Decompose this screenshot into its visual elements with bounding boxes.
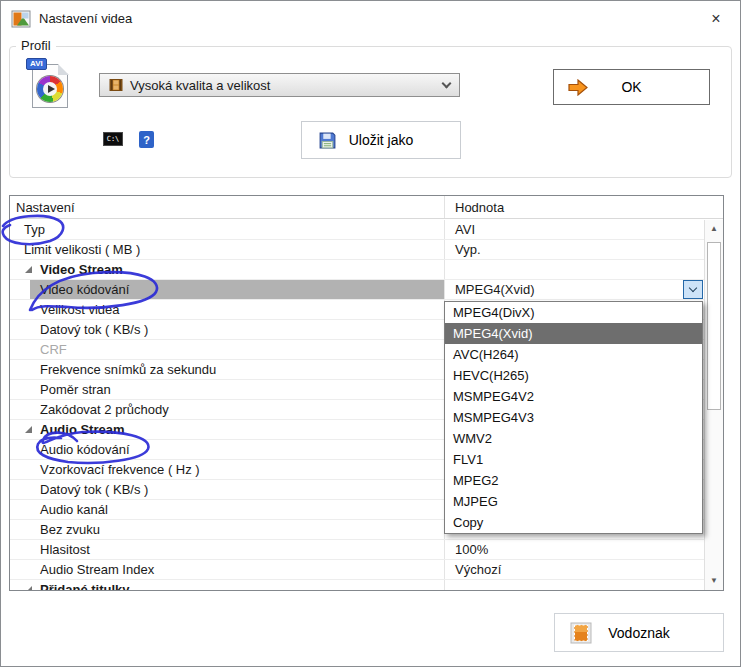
titlebar: Nastavení videa × [1, 1, 740, 37]
media-wheel-icon [37, 76, 63, 102]
setting-label: Audio Stream Index [10, 560, 445, 579]
value-combobox-button[interactable] [683, 280, 703, 299]
setting-value [445, 260, 704, 279]
avi-format-badge: AVI [26, 58, 47, 70]
arrow-right-icon [568, 79, 588, 96]
ok-button[interactable]: OK [553, 69, 710, 105]
filmstrip-icon [109, 78, 123, 92]
setting-label: Datový tok ( KB/s ) [10, 480, 445, 499]
setting-label: Velikost videa [10, 300, 445, 319]
dialog-title: Nastavení videa [39, 11, 132, 26]
chevron-down-icon [689, 284, 697, 292]
setting-value: Výchozí [445, 560, 704, 579]
codec-option[interactable]: MPEG4(Xvid) [445, 323, 702, 344]
codec-option[interactable]: MPEG2 [445, 470, 702, 491]
setting-value: Vyp. [445, 240, 704, 259]
codec-option[interactable]: WMV2 [445, 428, 702, 449]
column-header-value: Hodnota [445, 200, 504, 215]
table-row[interactable]: Video kódováníMPEG4(Xvid) [10, 280, 704, 300]
group-expand-icon[interactable] [25, 426, 32, 433]
table-header: Nastavení Hodnota [10, 196, 723, 219]
table-row[interactable]: TypAVI [10, 220, 704, 240]
profile-preset-combobox[interactable]: Vysoká kvalita a velikost [99, 73, 460, 97]
setting-label: Audio kanál [10, 500, 445, 519]
scroll-down-icon[interactable]: ▼ [705, 576, 723, 586]
preset-value: Vysoká kvalita a velikost [130, 78, 270, 93]
watermark-button[interactable]: Vodoznak [554, 613, 724, 652]
scroll-up-icon[interactable]: ▲ [705, 224, 723, 234]
setting-label: Poměr stran [10, 380, 445, 399]
setting-label: Typ [10, 220, 445, 239]
setting-value: AVI [445, 220, 704, 239]
codec-option[interactable]: Copy [445, 512, 702, 533]
codec-dropdown-list: MPEG4(DivX)MPEG4(Xvid)AVC(H264)HEVC(H265… [444, 301, 703, 534]
setting-value: MPEG4(Xvid) [445, 280, 704, 299]
save-as-button[interactable]: Uložit jako [301, 121, 461, 159]
document-fold [58, 64, 69, 75]
table-row[interactable]: Video Stream [10, 260, 704, 280]
setting-label: CRF [10, 340, 445, 359]
codec-option[interactable]: AVC(H264) [445, 344, 702, 365]
video-settings-dialog: Nastavení videa × Profil AVI Vysoká kval… [0, 0, 741, 667]
table-row[interactable]: Hlasitost100% [10, 540, 704, 560]
floppy-disk-icon [318, 131, 337, 150]
table-row[interactable]: Audio Stream IndexVýchozí [10, 560, 704, 580]
group-expand-icon[interactable] [25, 266, 32, 273]
codec-option[interactable]: FLV1 [445, 449, 702, 470]
watermark-stamp-icon [570, 622, 592, 644]
setting-value [445, 580, 704, 590]
setting-label: Bez zvuku [10, 520, 445, 539]
column-header-setting: Nastavení [10, 196, 445, 218]
setting-label: Audio kódování [10, 440, 445, 459]
codec-option[interactable]: HEVC(H265) [445, 365, 702, 386]
setting-label: Přidané titulky [10, 580, 445, 590]
group-expand-icon[interactable] [25, 586, 32, 590]
chevron-down-icon [442, 78, 452, 88]
play-icon [48, 85, 55, 93]
ok-label: OK [621, 79, 641, 95]
profile-groupbox: Profil AVI Vysoká kvalita a velikost [9, 46, 732, 178]
app-icon [11, 9, 31, 29]
table-row[interactable]: Přidané titulky [10, 580, 704, 590]
watermark-label: Vodoznak [608, 625, 670, 641]
help-icon[interactable]: ? [139, 131, 154, 148]
save-as-label: Uložit jako [349, 132, 414, 148]
scrollbar-thumb[interactable] [707, 242, 721, 410]
profile-group-label: Profil [16, 38, 56, 53]
setting-value: 100% [445, 540, 704, 559]
codec-option[interactable]: MPEG4(DivX) [445, 302, 702, 323]
codec-option[interactable]: MJPEG [445, 491, 702, 512]
setting-label: Video Stream [10, 260, 445, 279]
setting-label: Limit velikosti ( MB ) [10, 240, 445, 259]
vertical-scrollbar[interactable]: ▲ ▼ [704, 220, 723, 590]
setting-label: Video kódování [10, 280, 445, 299]
table-row[interactable]: Limit velikosti ( MB )Vyp. [10, 240, 704, 260]
setting-label: Frekvence snímků za sekundu [10, 360, 445, 379]
command-line-icon[interactable]: C:\ [103, 132, 123, 146]
setting-label: Datový tok ( KB/s ) [10, 320, 445, 339]
setting-label: Audio Stream [10, 420, 445, 439]
codec-option[interactable]: MSMPEG4V3 [445, 407, 702, 428]
avi-file-icon: AVI [28, 60, 72, 110]
setting-label: Hlasitost [10, 540, 445, 559]
close-icon[interactable]: × [705, 8, 727, 30]
codec-option[interactable]: MSMPEG4V2 [445, 386, 702, 407]
setting-label: Zakódovat 2 průchody [10, 400, 445, 419]
setting-label: Vzorkovací frekvence ( Hz ) [10, 460, 445, 479]
